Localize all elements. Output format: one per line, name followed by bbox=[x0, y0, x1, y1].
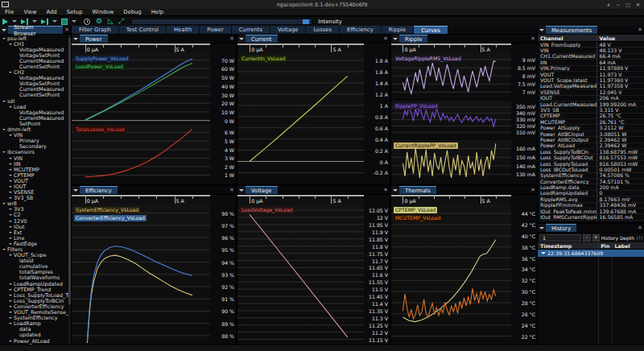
tree-item-loadramp[interactable]: LoadRamp bbox=[0, 321, 71, 327]
dock-menu-button[interactable] bbox=[237, 35, 246, 43]
waveform-plot[interactable]: CPTEMP_VsLoadMCUTEMP_VsLoad bbox=[391, 204, 511, 343]
expand-arrow-icon[interactable] bbox=[9, 209, 12, 210]
play-button[interactable] bbox=[2, 18, 8, 25]
tab-filter-graph[interactable]: Filter Graph bbox=[72, 26, 118, 34]
play-dropdown-icon[interactable] bbox=[12, 20, 17, 23]
trace-label-CPTEMP_VsLoad[interactable]: CPTEMP_VsLoad bbox=[394, 207, 437, 213]
expand-arrow-icon[interactable] bbox=[9, 221, 12, 222]
expand-arrow-icon[interactable] bbox=[9, 237, 12, 239]
tab-efficiency[interactable]: Efficiency bbox=[340, 26, 381, 34]
waveform-plot[interactable]: CurrentRipplePP_VsLoad bbox=[391, 140, 511, 183]
tree-item-psu-left[interactable]: psu-left bbox=[0, 35, 71, 41]
tree-item-power_atload[interactable]: Power_AtLoad bbox=[0, 338, 71, 344]
chart-tab-thermals[interactable]: Thermals bbox=[399, 186, 436, 194]
shade-button[interactable]: ∧ bbox=[607, 2, 610, 7]
x-axis-ruler[interactable]: 0 µA5 A bbox=[391, 195, 511, 204]
history-button[interactable] bbox=[84, 18, 90, 25]
expand-arrow-icon[interactable] bbox=[9, 169, 12, 171]
tree-item-vin[interactable]: VIN bbox=[0, 155, 71, 161]
trace-label-SupplyPower_VsLoad[interactable]: SupplyPower_VsLoad bbox=[74, 56, 130, 62]
tree-item-mcutemp[interactable]: MCUTEMP bbox=[0, 167, 71, 172]
minimize-button[interactable]: − bbox=[616, 2, 620, 7]
trace-label-CurrentRipplePP_VsLoad[interactable]: CurrentRipplePP_VsLoad bbox=[394, 142, 458, 149]
expand-arrow-icon[interactable] bbox=[9, 300, 12, 302]
expand-arrow-icon[interactable] bbox=[9, 341, 12, 342]
settings-button[interactable]: ⚙ bbox=[96, 18, 102, 25]
expand-arrow-icon[interactable] bbox=[9, 306, 12, 308]
tree-item-iout[interactable]: IOUT bbox=[0, 184, 71, 189]
tab-test-control[interactable]: Test Control bbox=[119, 26, 166, 34]
trace-label-LoadVoltage_VsLoad[interactable]: LoadVoltage_VsLoad bbox=[240, 207, 294, 213]
tab-ripple[interactable]: Ripple bbox=[382, 26, 413, 34]
tab-voltage[interactable]: Voltage bbox=[270, 26, 306, 34]
measurement-row[interactable]: IOut_RMSCurrentRipple.avg16.56585 mA bbox=[538, 214, 644, 220]
maximize-button[interactable]: □ bbox=[625, 2, 630, 7]
tree-item-ibcsensors[interactable]: ibcsensors bbox=[0, 150, 71, 155]
dock-menu-button[interactable] bbox=[538, 224, 546, 232]
menu-file[interactable]: File bbox=[0, 9, 19, 15]
dock-menu-button[interactable] bbox=[538, 26, 546, 34]
expand-arrow-icon[interactable] bbox=[9, 243, 12, 245]
chart-tab-ripple[interactable]: Ripple bbox=[399, 35, 427, 43]
trace-label-RipplePP_VsLoad[interactable]: RipplePP_VsLoad bbox=[394, 103, 439, 109]
expand-arrow-icon[interactable] bbox=[9, 134, 12, 136]
trace-label-MCUTEMP_VsLoad[interactable]: MCUTEMP_VsLoad bbox=[394, 215, 442, 221]
expand-arrow-icon[interactable] bbox=[9, 72, 12, 73]
history-depth-input[interactable]: 1 bbox=[539, 234, 581, 242]
expand-arrow-icon[interactable] bbox=[2, 38, 6, 39]
chart-tab-voltage[interactable]: Voltage bbox=[246, 186, 278, 194]
expand-arrow-icon[interactable] bbox=[9, 254, 12, 256]
trace-label-SystemEfficiency_VsLoad[interactable]: SystemEfficiency_VsLoad bbox=[74, 207, 140, 213]
expand-arrow-icon[interactable] bbox=[9, 186, 12, 188]
tab-power[interactable]: Power bbox=[200, 26, 231, 34]
tree-scrollbar-thumb[interactable] bbox=[68, 38, 71, 304]
expand-arrow-icon[interactable] bbox=[9, 312, 12, 313]
menu-setup[interactable]: Setup bbox=[62, 9, 88, 15]
tree-item-3v3[interactable]: 3V3 bbox=[0, 207, 71, 213]
expand-arrow-icon[interactable] bbox=[9, 163, 12, 165]
close-icon[interactable]: ✕ bbox=[636, 224, 644, 232]
close-icon[interactable]: ✕ bbox=[382, 186, 390, 194]
waveform-plot[interactable]: TotalLosses_VsLoad bbox=[72, 124, 210, 183]
depth-increment-button[interactable]: + bbox=[592, 234, 600, 242]
close-icon[interactable]: ✕ bbox=[382, 35, 390, 43]
stream-browser-tab[interactable]: Stream Browser bbox=[8, 26, 63, 34]
close-icon[interactable]: ✕ bbox=[228, 35, 236, 43]
waveform-plot[interactable]: RipplePP_VsLoad bbox=[391, 101, 511, 138]
waveform-plot[interactable]: VoltageRippleRMS_VsLoad bbox=[391, 53, 511, 99]
expand-arrow-icon[interactable] bbox=[9, 180, 12, 182]
menu-add[interactable]: Add bbox=[42, 9, 62, 15]
tree-item-cptemp[interactable]: CPTEMP bbox=[0, 172, 71, 178]
expand-arrow-icon[interactable] bbox=[9, 192, 12, 193]
expand-arrow-icon[interactable] bbox=[9, 323, 12, 324]
expand-arrow-icon[interactable] bbox=[9, 43, 12, 45]
waveform-plot[interactable]: CurrentIn_VsLoad bbox=[237, 53, 364, 183]
dock-menu-button[interactable] bbox=[0, 26, 8, 34]
expand-arrow-icon[interactable] bbox=[2, 203, 6, 204]
close-icon[interactable]: ✕ bbox=[529, 35, 537, 43]
tree-item-currentsetpoint[interactable]: CurrentSetPoint bbox=[0, 64, 71, 69]
tree-item-iout[interactable]: IOut bbox=[0, 224, 71, 229]
expand-arrow-icon[interactable] bbox=[9, 289, 12, 291]
x-axis-ruler[interactable]: 0 µA5 A bbox=[391, 43, 511, 53]
expand-arrow-icon[interactable] bbox=[9, 197, 12, 199]
single-trigger-dropdown-icon[interactable] bbox=[32, 20, 37, 23]
tree-item-vout_scope[interactable]: VOUT_Scope bbox=[0, 253, 71, 258]
tab-losses[interactable]: Losses bbox=[306, 26, 339, 34]
x-axis-ruler[interactable]: 0 µA5 A bbox=[72, 43, 210, 53]
chart-tab-current[interactable]: Current bbox=[246, 35, 278, 43]
trace-label-TotalLosses_VsLoad[interactable]: TotalLosses_VsLoad bbox=[74, 126, 126, 133]
menu-debug[interactable]: Debug bbox=[118, 9, 146, 15]
expand-arrow-icon[interactable] bbox=[2, 101, 6, 102]
expand-arrow-icon[interactable] bbox=[9, 232, 12, 233]
dock-menu-button[interactable] bbox=[72, 186, 80, 194]
expand-arrow-icon[interactable] bbox=[9, 295, 12, 296]
tree-item-12v0[interactable]: 12V0 bbox=[0, 218, 71, 224]
chart-tab-power[interactable]: Power bbox=[80, 35, 108, 43]
x-axis-ruler[interactable]: 0 µA5 A bbox=[72, 195, 210, 204]
expand-arrow-icon[interactable] bbox=[9, 175, 12, 176]
tree-item-sdl[interactable]: sdl bbox=[0, 98, 71, 104]
expand-arrow-icon[interactable] bbox=[9, 106, 12, 108]
multi-trigger-dropdown-icon[interactable] bbox=[52, 20, 57, 23]
tree-item-dmm-left[interactable]: dmm-left bbox=[0, 127, 71, 133]
